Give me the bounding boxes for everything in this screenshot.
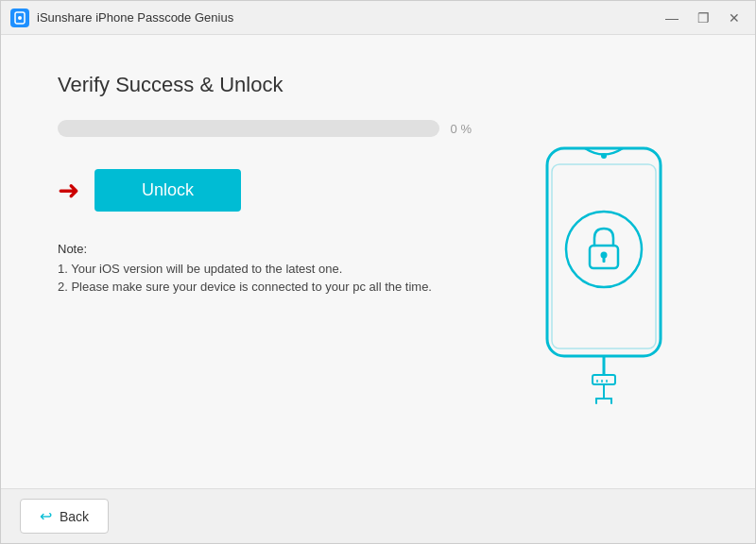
- content-area: Verify Success & Unlock 0 % ➜ Unlock Not…: [1, 35, 755, 543]
- title-bar: iSunshare iPhone Passcode Genius — ❐ ✕: [1, 1, 755, 35]
- window-controls: — ❐ ✕: [660, 8, 746, 27]
- progress-section: 0 %: [58, 120, 472, 137]
- app-window: iSunshare iPhone Passcode Genius — ❐ ✕ V…: [0, 0, 756, 544]
- window-title: iSunshare iPhone Passcode Genius: [37, 10, 660, 25]
- back-arrow-icon: ↩: [40, 507, 52, 525]
- unlock-button[interactable]: Unlock: [94, 169, 241, 212]
- arrow-icon: ➜: [58, 178, 79, 204]
- note-item-1: 1. Your iOS version will be updated to t…: [58, 262, 472, 276]
- svg-rect-8: [603, 257, 606, 263]
- svg-point-1: [18, 16, 22, 20]
- svg-rect-10: [593, 375, 615, 384]
- svg-point-3: [601, 153, 607, 159]
- minimize-button[interactable]: —: [660, 8, 684, 27]
- progress-label: 0 %: [451, 122, 472, 136]
- phone-illustration: [528, 144, 679, 408]
- page-title: Verify Success & Unlock: [58, 73, 472, 97]
- note-item-2: 2. Please make sure your device is conne…: [58, 280, 472, 294]
- progress-bar-container: [58, 120, 439, 137]
- restore-button[interactable]: ❐: [692, 8, 715, 27]
- footer-bar: ↩ Back: [1, 488, 755, 543]
- right-panel: [509, 73, 698, 469]
- notes-title: Note:: [58, 242, 472, 256]
- back-button[interactable]: ↩ Back: [20, 499, 109, 534]
- notes-section: Note: 1. Your iOS version will be update…: [58, 242, 472, 298]
- main-area: Verify Success & Unlock 0 % ➜ Unlock Not…: [1, 35, 755, 488]
- unlock-row: ➜ Unlock: [58, 169, 472, 212]
- app-icon: [10, 8, 29, 27]
- back-button-label: Back: [60, 509, 89, 524]
- left-panel: Verify Success & Unlock 0 % ➜ Unlock Not…: [58, 73, 472, 469]
- close-button[interactable]: ✕: [723, 8, 746, 27]
- svg-point-5: [566, 212, 642, 287]
